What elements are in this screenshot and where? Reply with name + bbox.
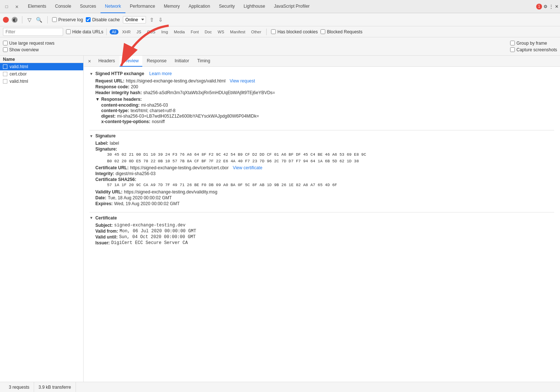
search-icon[interactable]: 🔍 xyxy=(35,16,43,23)
filter-input[interactable] xyxy=(3,28,63,36)
tab-security[interactable]: Security xyxy=(215,0,239,13)
date-value: Tue, 18 Aug 2020 00:00:02 GMT xyxy=(108,195,172,200)
x-content-type-options-label: x-content-type-options: xyxy=(101,119,150,124)
record-button[interactable] xyxy=(3,17,9,23)
file-item-cert-cbor[interactable]: cert.cbor xyxy=(0,70,83,78)
certificate-header[interactable]: ▼ Certificate xyxy=(89,215,554,221)
file-item-valid-html-2[interactable]: valid.html xyxy=(0,78,83,85)
tab-lighthouse[interactable]: Lighthouse xyxy=(239,0,270,13)
date-row: Date: Tue, 18 Aug 2020 00:00:02 GMT xyxy=(89,195,554,200)
expires-row: Expires: Wed, 19 Aug 2020 00:00:02 GMT xyxy=(89,201,554,206)
filter-separator-2 xyxy=(266,29,267,35)
request-url-row: Request URL: https://signed-exchange-tes… xyxy=(89,78,554,84)
cert-url-row: Certificate URL: https://signed-exchange… xyxy=(89,165,554,170)
preserve-log-input[interactable] xyxy=(52,17,57,22)
view-certificate-link[interactable]: View certificate xyxy=(233,165,262,170)
issuer-label: Issuer: xyxy=(95,240,110,245)
inspect-icon[interactable]: ⨯ xyxy=(12,1,22,12)
filter-chip-css[interactable]: CSS xyxy=(145,29,158,34)
large-rows-label: Use large request rows xyxy=(9,41,54,46)
has-blocked-cookies-input[interactable] xyxy=(271,29,276,34)
show-overview-checkbox[interactable]: Show overview xyxy=(3,47,54,52)
throttle-select[interactable]: Online xyxy=(123,16,146,23)
view-request-link[interactable]: View request xyxy=(230,78,255,84)
label-row: Label: label xyxy=(89,141,554,146)
filter-chip-xhr[interactable]: XHR xyxy=(120,29,133,34)
filter-chip-other[interactable]: Other xyxy=(249,29,264,34)
detail-tab-preview[interactable]: Preview xyxy=(120,56,143,67)
filter-chip-img[interactable]: Img xyxy=(159,29,170,34)
group-by-frame-checkbox[interactable]: Group by frame xyxy=(510,41,557,46)
blocked-requests-checkbox[interactable]: Blocked Requests xyxy=(321,29,362,34)
tab-console[interactable]: Console xyxy=(51,0,76,13)
preserve-log-checkbox[interactable]: Preserve log xyxy=(52,17,83,22)
file-item-valid-html-1[interactable]: valid.html xyxy=(0,63,83,70)
cert-sha256-row: Certificate SHA256: 57 1A 1F 20 9C CA A9… xyxy=(89,177,554,189)
request-url-label: Request URL: xyxy=(95,78,124,84)
filter-chip-manifest[interactable]: Manifest xyxy=(228,29,248,34)
clear-button[interactable]: ◐ xyxy=(12,17,18,23)
detail-tab-timing[interactable]: Timing xyxy=(194,56,214,67)
group-by-frame-label: Group by frame xyxy=(516,41,547,46)
digest-label: digest: xyxy=(101,114,116,119)
main-area: Name valid.html cert.cbor valid.html × H… xyxy=(0,56,560,382)
capture-screenshots-input[interactable] xyxy=(510,47,515,52)
export-icon[interactable]: ⇩ xyxy=(158,16,164,23)
tab-memory[interactable]: Memory xyxy=(160,0,184,13)
signature-header[interactable]: ▼ Signature xyxy=(89,133,554,138)
dock-icon[interactable]: □ xyxy=(1,1,12,12)
file-icon-1 xyxy=(3,64,7,69)
disable-cache-checkbox[interactable]: Disable cache xyxy=(86,17,120,22)
settings-icon[interactable]: ⚙ xyxy=(543,4,548,9)
blocked-requests-input[interactable] xyxy=(321,29,325,34)
detail-tab-initiator[interactable]: Initiator xyxy=(171,56,193,67)
triangle-icon-1: ▼ xyxy=(89,72,93,76)
learn-more-link[interactable]: Learn more xyxy=(149,71,172,76)
filter-chip-all[interactable]: All xyxy=(110,29,118,34)
tab-js-profiler[interactable]: JavaScript Profiler xyxy=(270,0,314,13)
tab-application[interactable]: Application xyxy=(184,0,215,13)
close-icon[interactable]: ✕ xyxy=(555,4,559,9)
content-type-label: content-type: xyxy=(101,108,129,113)
filter-icon[interactable]: ▽ xyxy=(27,16,32,23)
signature-value: 30 45 02 21 00 D1 10 39 24 F3 76 A6 64 8… xyxy=(95,152,366,164)
tab-network[interactable]: Network xyxy=(100,0,125,13)
large-rows-checkbox[interactable]: Use large request rows xyxy=(3,41,54,46)
capture-screenshots-checkbox[interactable]: Capture screenshots xyxy=(510,47,557,52)
tab-elements[interactable]: Elements xyxy=(23,0,51,13)
import-icon[interactable]: ⇧ xyxy=(149,16,155,23)
triangle-icon-3: ▼ xyxy=(89,134,93,138)
disable-cache-input[interactable] xyxy=(86,17,91,22)
valid-from-value: Mon, 06 Jul 2020 00:00:00 GMT xyxy=(120,229,196,234)
content-type-row: content-type: text/html; charset=utf-8 xyxy=(89,108,554,113)
filter-chip-ws[interactable]: WS xyxy=(216,29,227,34)
hide-data-urls-input[interactable] xyxy=(66,29,71,34)
blocked-requests-label: Blocked Requests xyxy=(327,29,362,34)
filter-chip-media[interactable]: Media xyxy=(172,29,187,34)
filter-chip-font[interactable]: Font xyxy=(189,29,201,34)
detail-tab-headers[interactable]: Headers xyxy=(95,56,118,67)
filter-chip-doc[interactable]: Doc xyxy=(202,29,214,34)
options-row: Use large request rows Show overview Gro… xyxy=(0,37,560,56)
x-content-type-options-row: x-content-type-options: nosniff xyxy=(89,119,554,124)
content-encoding-row: content-encoding: mi-sha256-03 xyxy=(89,103,554,108)
detail-close-button[interactable]: × xyxy=(85,56,94,67)
hide-data-urls-checkbox[interactable]: Hide data URLs xyxy=(66,29,103,34)
response-headers-header[interactable]: ▼ Response headers: xyxy=(89,97,554,102)
certificate-section: ▼ Certificate Subject: signed-exchange-t… xyxy=(89,215,554,245)
detail-tab-bar: × Headers Preview Response Initiator Tim… xyxy=(84,56,560,67)
tab-performance[interactable]: Performance xyxy=(125,0,160,13)
transferred-size: 3.9 kB transferre xyxy=(34,382,76,392)
has-blocked-cookies-checkbox[interactable]: Has blocked cookies xyxy=(271,29,318,34)
signed-http-exchange-header[interactable]: ▼ Signed HTTP exchange Learn more xyxy=(89,71,554,76)
detail-tab-response[interactable]: Response xyxy=(143,56,170,67)
filter-chip-js[interactable]: JS xyxy=(134,29,143,34)
group-by-frame-input[interactable] xyxy=(510,41,515,45)
issuer-row: Issuer: DigiCert ECC Secure Server CA xyxy=(89,240,554,245)
more-icon[interactable]: ⋮ xyxy=(549,4,553,9)
tab-sources[interactable]: Sources xyxy=(76,0,100,13)
response-headers-section: ▼ Response headers: content-encoding: mi… xyxy=(89,97,554,124)
show-overview-input[interactable] xyxy=(3,47,8,52)
response-code-label: Response code: xyxy=(95,84,129,89)
large-rows-input[interactable] xyxy=(3,41,8,45)
